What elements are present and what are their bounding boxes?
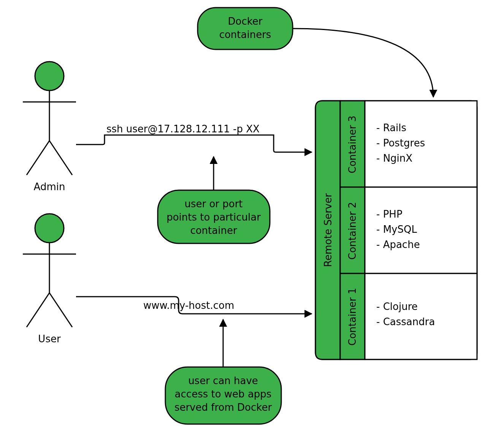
actor-user-head-icon — [35, 214, 64, 243]
actor-admin: Admin — [23, 62, 76, 192]
arrow-http-label: www.my-host.com — [143, 300, 234, 311]
container-3-item-1: - Postgres — [376, 137, 425, 149]
actor-admin-label: Admin — [34, 181, 65, 192]
note-webapps-line1: user can have — [188, 375, 258, 386]
container-3-item-2: - NginX — [376, 153, 412, 164]
actor-admin-head-icon — [35, 62, 64, 91]
note-port-line3: container — [190, 225, 237, 236]
note-port: user or port points to particular contai… — [158, 190, 270, 243]
container-1-item-0: - Clojure — [376, 301, 418, 312]
container-1: Container 1 - Clojure - Cassandra — [340, 273, 477, 359]
arrow-ssh-path — [76, 135, 312, 152]
arrow-ssh: ssh user@17.128.12.111 -p XX — [76, 123, 312, 152]
container-2-item-0: - PHP — [376, 208, 403, 220]
actor-user-label: User — [38, 333, 61, 345]
container-2-label: Container 2 — [347, 202, 358, 260]
note-webapps-line3: served from Docker — [174, 402, 272, 413]
container-3-label: Container 3 — [347, 116, 358, 173]
note-docker-line2: containers — [219, 29, 271, 40]
note-port-line2: points to particular — [166, 211, 261, 223]
arrow-docker-to-server — [293, 29, 433, 97]
actor-admin-leg-left — [27, 141, 49, 175]
container-3: Container 3 - Rails - Postgres - NginX — [340, 101, 477, 187]
container-2-item-1: - MySQL — [376, 224, 417, 235]
container-2: Container 2 - PHP - MySQL - Apache — [340, 187, 477, 273]
container-3-item-0: - Rails — [376, 122, 406, 134]
note-port-line1: user or port — [184, 198, 242, 210]
note-docker-containers: Docker containers — [198, 8, 293, 49]
arrow-http: www.my-host.com — [76, 297, 312, 314]
note-docker-line1: Docker — [228, 16, 262, 27]
actor-user: User — [23, 214, 76, 345]
actor-admin-leg-right — [49, 141, 72, 175]
actor-user-leg-right — [49, 293, 72, 327]
remote-server-label: Remote Server — [322, 193, 334, 267]
note-docker-shape — [198, 8, 293, 49]
container-1-label: Container 1 — [347, 288, 358, 346]
note-webapps-line2: access to web apps — [175, 388, 272, 400]
note-webapps: user can have access to web apps served … — [165, 367, 281, 424]
remote-server: Remote Server Container 3 - Rails - Post… — [315, 101, 477, 359]
arrow-ssh-label: ssh user@17.128.12.111 -p XX — [106, 123, 260, 135]
container-2-item-2: - Apache — [376, 239, 420, 250]
container-1-item-1: - Cassandra — [376, 316, 435, 327]
actor-user-leg-left — [27, 293, 49, 327]
